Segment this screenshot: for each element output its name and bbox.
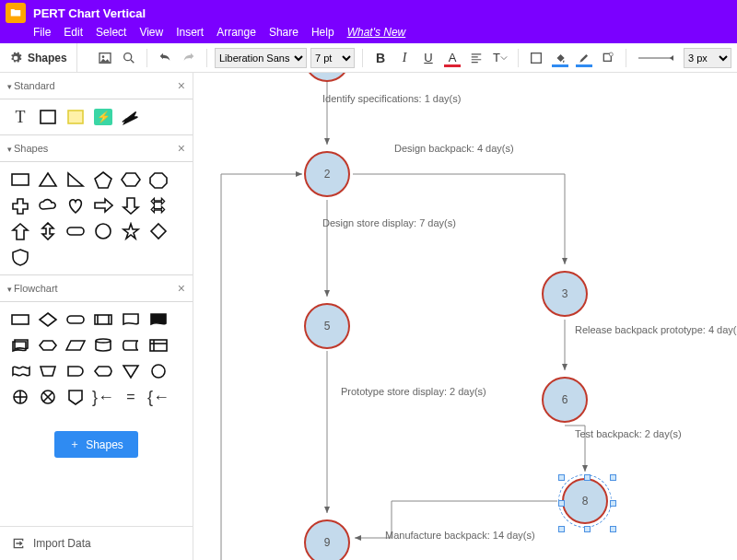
panel-header-standard[interactable]: ▾Standard × (0, 73, 193, 99)
more-text-button[interactable]: T (490, 48, 510, 68)
italic-button[interactable]: I (394, 48, 415, 68)
font-size-select[interactable]: 7 pt (310, 48, 355, 68)
border-color-button[interactable] (526, 48, 546, 68)
shape-triangle[interactable] (37, 169, 59, 190)
fc-document[interactable] (120, 309, 142, 330)
fc-connector[interactable] (147, 361, 170, 381)
app-logo[interactable] (6, 3, 26, 23)
fc-database[interactable] (92, 335, 114, 356)
arrow-shape[interactable] (120, 107, 142, 127)
line-color-button[interactable] (574, 48, 594, 68)
fc-brace-r[interactable]: }← (92, 387, 114, 407)
fc-hexagon[interactable] (37, 335, 59, 356)
undo-button[interactable] (155, 48, 175, 68)
pert-node-6[interactable]: 6 (542, 377, 588, 423)
fc-document-alt[interactable] (147, 309, 170, 330)
fc-parallelogram[interactable] (64, 335, 87, 356)
shape-rect[interactable] (9, 169, 31, 190)
canvas[interactable]: 235689 Identify specifications: 1 day(s)… (193, 73, 737, 560)
menu-file[interactable]: File (33, 26, 51, 39)
close-icon[interactable]: × (178, 78, 185, 93)
block-shape[interactable] (37, 107, 59, 127)
underline-button[interactable]: U (418, 48, 439, 68)
panel-header-shapes[interactable]: ▾Shapes × (0, 135, 193, 162)
fc-display[interactable] (92, 361, 114, 381)
fc-merge[interactable] (120, 361, 142, 381)
shape-hexagon[interactable] (120, 169, 142, 190)
edge-label[interactable]: Release backpack prototype: 4 day(s) (575, 324, 737, 335)
fc-or[interactable] (9, 387, 31, 407)
shape-diamond-open[interactable] (147, 221, 170, 241)
shape-arrow-right[interactable] (92, 195, 114, 216)
fc-tape[interactable] (9, 361, 31, 381)
pert-node-3[interactable]: 3 (542, 271, 588, 317)
shape-arrow-down[interactable] (120, 195, 142, 216)
selection-handle[interactable] (584, 526, 591, 532)
fc-process[interactable] (9, 309, 31, 330)
fc-decision[interactable] (37, 309, 59, 330)
shape-star[interactable] (120, 221, 142, 241)
menu-help[interactable]: Help (311, 26, 334, 39)
selection-handle[interactable] (558, 500, 565, 507)
pert-node-9[interactable]: 9 (304, 519, 350, 560)
shape-cloud[interactable] (37, 195, 59, 216)
edge-label[interactable]: Identify specifications: 1 day(s) (322, 93, 461, 104)
pert-node-8[interactable]: 8 (562, 478, 608, 524)
shape-circle[interactable] (92, 221, 114, 241)
document-title[interactable]: PERT Chart Vertical (33, 6, 146, 20)
fc-delay[interactable] (64, 361, 87, 381)
align-button[interactable] (466, 48, 486, 68)
menu-share[interactable]: Share (269, 26, 298, 39)
fc-predefined[interactable] (92, 309, 114, 330)
shapes-button[interactable]: Shapes (0, 43, 77, 72)
shape-cross[interactable] (9, 195, 31, 216)
fc-brace-l[interactable]: {← (147, 387, 170, 407)
selection-handle[interactable] (558, 526, 565, 532)
more-shapes-button[interactable]: ＋ Shapes (54, 431, 138, 458)
fc-multidoc[interactable] (9, 335, 31, 356)
effects-button[interactable] (598, 48, 618, 68)
shape-octagon[interactable] (147, 169, 170, 190)
shape-right-triangle[interactable] (64, 169, 87, 190)
shape-heart[interactable] (64, 195, 87, 216)
import-data-button[interactable]: Import Data (0, 526, 193, 560)
text-shape[interactable]: T (9, 107, 31, 127)
shape-pentagon[interactable] (92, 169, 114, 190)
shape-arrow-updown[interactable] (37, 221, 59, 241)
bold-button[interactable]: B (370, 48, 391, 68)
flash-shape[interactable]: ⚡ (92, 107, 114, 127)
selection-handle[interactable] (610, 500, 616, 507)
line-width-select[interactable]: 3 px (684, 48, 731, 68)
panel-header-flowchart[interactable]: ▾Flowchart × (0, 275, 193, 302)
selection-handle[interactable] (610, 474, 616, 481)
close-icon[interactable]: × (178, 281, 185, 296)
fc-junction[interactable] (37, 387, 59, 407)
fc-terminator[interactable] (64, 309, 87, 330)
selection-handle[interactable] (610, 526, 616, 532)
edge-label[interactable]: Manufacture backpack: 14 day(s) (385, 530, 535, 541)
shape-arrow-up[interactable] (9, 221, 31, 241)
menu-select[interactable]: Select (96, 26, 126, 39)
menu-insert[interactable]: Insert (176, 26, 204, 39)
close-icon[interactable]: × (178, 141, 185, 156)
text-color-button[interactable]: A (442, 48, 462, 68)
image-button[interactable] (95, 48, 115, 68)
selection-handle[interactable] (584, 474, 591, 481)
menu-what-s-new[interactable]: What's New (347, 26, 406, 39)
edge-label[interactable]: Prototype store display: 2 day(s) (341, 386, 486, 397)
fc-stored[interactable] (120, 335, 142, 356)
fc-equals[interactable]: = (120, 387, 142, 407)
shape-shield[interactable] (9, 247, 31, 267)
pert-node-2[interactable]: 2 (304, 151, 350, 197)
fc-offpage[interactable] (64, 387, 87, 407)
line-style-button[interactable] (634, 48, 680, 68)
fc-manual[interactable] (37, 361, 59, 381)
shape-pill[interactable] (64, 221, 87, 241)
search-button[interactable] (119, 48, 139, 68)
menu-view[interactable]: View (139, 26, 163, 39)
edge-label[interactable]: Test backpack: 2 day(s) (575, 428, 682, 439)
fc-internal[interactable] (147, 335, 170, 356)
font-select[interactable]: Liberation Sans (215, 48, 307, 68)
shape-arrow-double[interactable] (147, 195, 170, 216)
edge-label[interactable]: Design store display: 7 day(s) (322, 217, 456, 228)
